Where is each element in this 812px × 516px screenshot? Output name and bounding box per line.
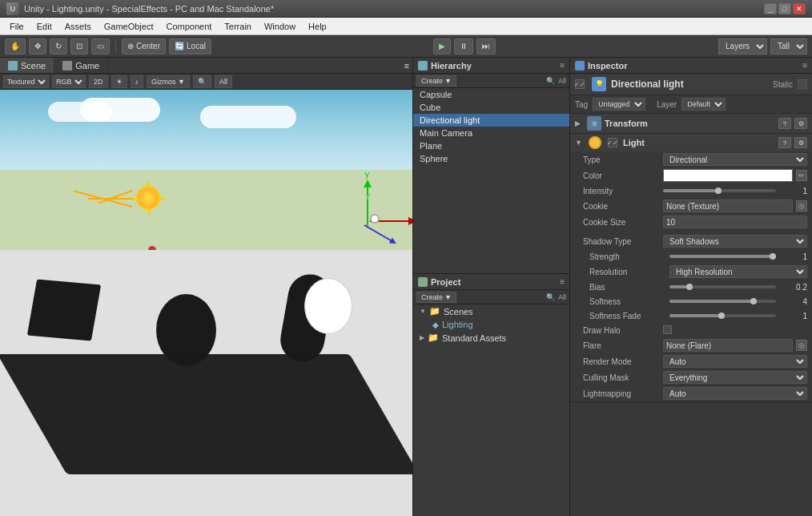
light-collapse-arrow: ▼	[575, 139, 582, 147]
hierarchy-menu[interactable]: ≡	[560, 61, 565, 70]
prop-lightmapping: Lightmapping Auto	[570, 385, 812, 401]
softness-slider[interactable]	[669, 300, 776, 303]
menu-edit[interactable]: Edit	[30, 20, 58, 33]
menu-terrain[interactable]: Terrain	[218, 20, 258, 33]
lightmapping-select[interactable]: Auto	[663, 387, 807, 400]
scene-game-tabs: Scene Game ≡	[0, 58, 412, 74]
title-text: Unity - Lighting.unity - SpecialEffects …	[24, 4, 764, 14]
transform-settings-btn[interactable]: ⚙	[794, 118, 807, 129]
center-button[interactable]: ⊕ Center	[122, 38, 166, 54]
hierarchy-item-capsule[interactable]: Capsule	[413, 88, 569, 101]
hand-tool-button[interactable]: ✋	[5, 38, 26, 54]
color-mode-select[interactable]: RGB	[52, 75, 86, 88]
menu-help[interactable]: Help	[302, 20, 333, 33]
2d-button[interactable]: 2D	[89, 75, 108, 88]
shadow-type-select[interactable]: Soft Shadows	[663, 235, 807, 248]
audio-button[interactable]: ♪	[131, 75, 144, 88]
tag-select[interactable]: Untagged	[593, 98, 645, 111]
scene-view[interactable]: Y Y	[0, 90, 412, 250]
tree-folder-scenes[interactable]: ▼ 📁 Scenes	[413, 304, 569, 318]
flare-field: None (Flare)	[663, 339, 793, 352]
light-settings-btn[interactable]: ⚙	[794, 137, 807, 148]
prop-bias: Bias 0.2	[570, 280, 812, 294]
light-enabled-checkbox[interactable]: ✓	[608, 138, 617, 147]
hierarchy-panel: Hierarchy ≡ Create ▼ 🔍 All Capsule Cube	[413, 58, 569, 274]
draw-halo-checkbox[interactable]	[663, 325, 672, 334]
intensity-slider[interactable]	[663, 189, 776, 192]
project-create-btn[interactable]: Create ▼	[416, 292, 456, 303]
hierarchy-item-plane[interactable]: Plane	[413, 139, 569, 152]
culling-mask-select[interactable]: Everything	[663, 371, 807, 384]
project-header: Project ≡	[413, 274, 569, 290]
light-icons: ? ⚙	[778, 137, 807, 148]
menu-assets[interactable]: Assets	[58, 20, 98, 33]
resolution-select[interactable]: High Resolution	[669, 265, 807, 278]
move-tool-button[interactable]: ✥	[29, 38, 46, 54]
maximize-button[interactable]: □	[778, 3, 791, 14]
tab-game[interactable]: Game	[54, 58, 108, 73]
menu-component[interactable]: Component	[159, 20, 218, 33]
light-gizmo	[136, 186, 160, 210]
close-button[interactable]: ✕	[793, 3, 806, 14]
menu-gameobject[interactable]: GameObject	[98, 20, 160, 33]
gizmos-button[interactable]: Gizmos ▼	[147, 75, 190, 88]
light-color-swatch[interactable]	[663, 169, 793, 182]
bias-slider[interactable]	[669, 285, 776, 288]
color-edit-btn[interactable]: ✏	[796, 170, 807, 181]
tree-scene-lighting[interactable]: ◆ Lighting	[413, 318, 569, 331]
static-checkbox[interactable]	[798, 79, 807, 89]
menu-file[interactable]: File	[3, 20, 30, 33]
project-menu[interactable]: ≡	[560, 277, 565, 286]
flare-pick-btn[interactable]: ◎	[796, 340, 807, 351]
cookie-size-input[interactable]	[663, 216, 807, 228]
light-reference-btn[interactable]: ?	[778, 137, 791, 148]
search-button[interactable]: 🔍	[193, 75, 211, 88]
minimize-button[interactable]: _	[764, 3, 777, 14]
shading-mode-select[interactable]: Textured	[3, 75, 49, 88]
ray-right	[159, 198, 165, 200]
hierarchy-toolbar: Create ▼ 🔍 All	[413, 74, 569, 88]
intensity-fill	[663, 189, 720, 192]
object-icon: 💡	[592, 77, 606, 91]
layers-dropdown[interactable]: Layers	[718, 38, 767, 54]
strength-slider[interactable]	[669, 255, 776, 258]
softness-fade-thumb	[718, 312, 725, 319]
step-button[interactable]: ⏭	[476, 38, 496, 54]
game-view[interactable]	[0, 250, 412, 516]
softness-fade-slider[interactable]	[669, 314, 776, 317]
tab-scene[interactable]: Scene	[0, 58, 54, 73]
window-controls: _ □ ✕	[764, 3, 806, 14]
light-header[interactable]: ▼ ✓ Light ? ⚙	[570, 134, 812, 151]
hierarchy-item-main-camera[interactable]: Main Camera	[413, 127, 569, 139]
render-mode-select[interactable]: Auto	[663, 355, 807, 368]
rect-tool-button[interactable]: ▭	[91, 38, 110, 54]
play-button[interactable]: ▶	[433, 38, 451, 54]
prop-render-mode: Render Mode Auto	[570, 353, 812, 369]
search-icon-project: 🔍	[546, 293, 555, 301]
light-type-select[interactable]: Directional	[663, 153, 807, 166]
title-bar: U Unity - Lighting.unity - SpecialEffect…	[0, 0, 812, 18]
local-button[interactable]: 🔄 Local	[169, 38, 211, 54]
scale-tool-button[interactable]: ⊡	[70, 38, 88, 54]
layer-select[interactable]: Default	[681, 98, 726, 111]
panel-menu[interactable]: ≡	[401, 58, 412, 73]
layout-dropdown[interactable]: Tall	[770, 38, 807, 54]
softness-thumb	[750, 298, 757, 304]
hierarchy-item-sphere[interactable]: Sphere	[413, 152, 569, 165]
menu-window[interactable]: Window	[258, 20, 302, 33]
transform-icon: ⊞	[587, 116, 601, 131]
light-component-icon	[589, 136, 601, 149]
hierarchy-create-btn[interactable]: Create ▼	[416, 75, 456, 87]
lighting-button[interactable]: ☀	[111, 75, 127, 88]
object-enabled-checkbox[interactable]: ✓	[575, 79, 585, 89]
tree-folder-standard-assets[interactable]: ▶ 📁 Standard Assets	[413, 331, 569, 345]
all-button[interactable]: All	[215, 75, 232, 88]
hierarchy-item-cube[interactable]: Cube	[413, 101, 569, 114]
transform-reference-btn[interactable]: ?	[778, 118, 791, 129]
hierarchy-item-directional-light[interactable]: Directional light	[413, 114, 569, 127]
inspector-menu[interactable]: ≡	[802, 61, 807, 70]
pause-button[interactable]: ⏸	[454, 38, 473, 54]
transform-header[interactable]: ▶ ⊞ Transform ? ⚙	[570, 114, 812, 133]
rotate-tool-button[interactable]: ↻	[50, 38, 67, 54]
cookie-pick-btn[interactable]: ◎	[796, 200, 807, 212]
